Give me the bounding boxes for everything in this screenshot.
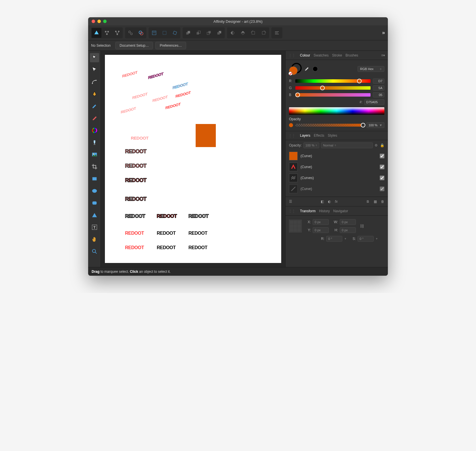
- boolean-add-button[interactable]: [126, 28, 135, 38]
- text-tool[interactable]: T: [90, 223, 99, 232]
- recent-color-chip[interactable]: [313, 66, 318, 72]
- g-slider[interactable]: [295, 86, 371, 90]
- move-to-back-button[interactable]: [214, 28, 224, 38]
- layer-visibility-checkbox[interactable]: [380, 154, 384, 158]
- snap-rotation-button[interactable]: [170, 28, 180, 38]
- tab-navigator[interactable]: Navigator: [333, 209, 348, 213]
- boolean-subtract-button[interactable]: [136, 28, 146, 38]
- tab-stroke[interactable]: Stroke: [332, 53, 342, 57]
- layer-opacity-select[interactable]: 100 %: [303, 142, 319, 148]
- ellipse-tool[interactable]: [90, 186, 99, 196]
- hex-input[interactable]: [364, 99, 384, 105]
- tab-colour[interactable]: Colour: [300, 53, 310, 57]
- node-tool[interactable]: [90, 77, 99, 87]
- direct-select-tool[interactable]: [90, 65, 99, 74]
- panel-menu-icon[interactable]: ≡▾: [381, 53, 385, 57]
- new-pixel-layer-icon[interactable]: ▦: [374, 200, 377, 204]
- tab-styles[interactable]: Styles: [328, 134, 337, 138]
- snap-guides-button[interactable]: [160, 28, 169, 38]
- panel-grip-icon[interactable]: ⋮⋮: [288, 209, 295, 213]
- transform-w-input[interactable]: [340, 219, 356, 225]
- transform-x-input[interactable]: [313, 219, 329, 225]
- zoom-tool[interactable]: [90, 247, 99, 256]
- hand-tool[interactable]: [90, 235, 99, 244]
- move-to-front-button[interactable]: [183, 28, 193, 38]
- svg-line-43: [291, 187, 295, 191]
- rectangle-tool[interactable]: [90, 174, 99, 183]
- transform-y-input[interactable]: [313, 227, 329, 233]
- layers-stack-icon[interactable]: ☰: [289, 200, 292, 204]
- minimize-window-button[interactable]: [97, 20, 101, 23]
- r-value[interactable]: D7: [373, 78, 384, 84]
- blend-mode-select[interactable]: Normal: [321, 142, 373, 148]
- anchor-widget[interactable]: [289, 220, 302, 232]
- transform-r-input[interactable]: [326, 236, 342, 242]
- opacity-value[interactable]: 100 %▼: [367, 122, 384, 128]
- rotate-cw-button[interactable]: [259, 28, 269, 38]
- align-button[interactable]: [272, 28, 282, 38]
- tab-swatches[interactable]: Swatches: [313, 53, 328, 57]
- gear-icon[interactable]: ⚙: [375, 143, 378, 147]
- delete-layer-icon[interactable]: 🗑: [381, 200, 384, 204]
- triangle-tool[interactable]: [90, 211, 99, 220]
- pixel-persona-button[interactable]: [102, 28, 112, 38]
- layer-row[interactable]: (Curves): [289, 172, 384, 183]
- zoom-window-button[interactable]: [103, 20, 107, 23]
- place-image-tool[interactable]: [90, 150, 99, 159]
- layer-row[interactable]: (Curve): [289, 151, 384, 161]
- g-label: G: [289, 86, 293, 90]
- move-backward-button[interactable]: [204, 28, 214, 38]
- rotate-ccw-button[interactable]: [248, 28, 258, 38]
- layer-visibility-checkbox[interactable]: [380, 165, 384, 169]
- pen-tool[interactable]: [90, 89, 99, 99]
- document-setup-button[interactable]: Document Setup…: [115, 42, 153, 49]
- mask-icon[interactable]: ◧: [321, 200, 324, 204]
- eyedropper-icon[interactable]: [304, 66, 310, 72]
- transform-s-input[interactable]: [358, 236, 374, 242]
- close-window-button[interactable]: [92, 20, 95, 23]
- layer-visibility-checkbox[interactable]: [380, 176, 384, 180]
- export-persona-button[interactable]: [112, 28, 122, 38]
- panel-grip-icon[interactable]: ⋮⋮: [288, 53, 295, 57]
- transform-h-input[interactable]: [340, 227, 356, 233]
- move-tool[interactable]: [90, 53, 99, 62]
- rounded-rectangle-tool[interactable]: [90, 198, 99, 208]
- r-slider[interactable]: [295, 79, 371, 83]
- flip-vertical-button[interactable]: [238, 28, 248, 38]
- toolbar-overflow-button[interactable]: »: [382, 30, 385, 36]
- tab-layers[interactable]: Layers: [300, 134, 310, 138]
- flip-horizontal-button[interactable]: [228, 28, 237, 38]
- brush-tool[interactable]: [90, 114, 99, 123]
- adjustment-icon[interactable]: ◐: [328, 200, 331, 204]
- b-value[interactable]: 05: [373, 92, 384, 97]
- g-value[interactable]: 5A: [373, 85, 384, 91]
- artboard[interactable]: REDOOT REDOOT REDOOT REDOOT REDOOT REDOO…: [105, 55, 281, 263]
- transparency-tool[interactable]: [90, 138, 99, 147]
- layer-row[interactable]: (Curve): [289, 161, 384, 172]
- layer-visibility-checkbox[interactable]: [380, 187, 384, 191]
- link-dimensions-icon[interactable]: ⛓: [360, 224, 364, 228]
- lock-icon[interactable]: 🔒: [380, 143, 384, 147]
- new-layer-icon[interactable]: 🗎: [366, 200, 370, 204]
- tab-brushes[interactable]: Brushes: [345, 53, 358, 57]
- layer-row[interactable]: (Curve): [289, 183, 384, 194]
- pencil-tool[interactable]: [90, 102, 99, 111]
- move-forward-button[interactable]: [194, 28, 203, 38]
- b-slider[interactable]: [295, 93, 371, 97]
- fill-stroke-selector[interactable]: [289, 63, 301, 75]
- art-text: REDOOT: [121, 106, 136, 114]
- preferences-button[interactable]: Preferences…: [155, 42, 186, 49]
- tab-transform[interactable]: Transform: [300, 209, 316, 213]
- color-mode-select[interactable]: RGB Hex: [358, 66, 384, 72]
- color-picker-tool[interactable]: [90, 126, 99, 135]
- tab-history[interactable]: History: [319, 209, 330, 213]
- tab-effects[interactable]: Effects: [314, 134, 324, 138]
- snap-grid-button[interactable]: [149, 28, 159, 38]
- opacity-slider[interactable]: [295, 124, 364, 127]
- crop-tool[interactable]: [90, 162, 99, 171]
- spectrum-bar[interactable]: [289, 107, 384, 115]
- fx-icon[interactable]: fx: [335, 200, 337, 204]
- designer-persona-button[interactable]: [92, 28, 101, 38]
- canvas-viewport[interactable]: REDOOT REDOOT REDOOT REDOOT REDOOT REDOO…: [101, 51, 285, 267]
- panel-grip-icon[interactable]: ⋮⋮: [288, 134, 295, 138]
